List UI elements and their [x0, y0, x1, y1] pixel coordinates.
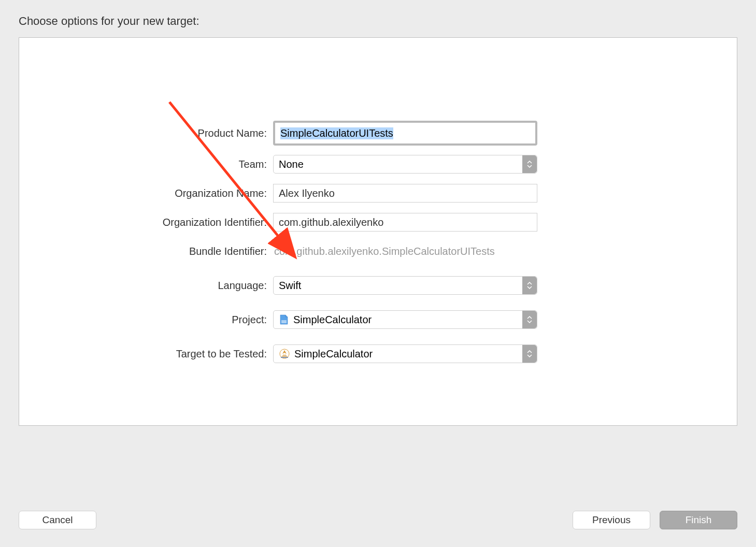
label-team: Team: [19, 159, 273, 170]
dropdown-target-tested[interactable]: SimpleCalculator [273, 344, 537, 363]
input-product-name[interactable]: SimpleCalculatorUITests [273, 121, 537, 146]
label-project: Project: [19, 314, 273, 326]
dropdown-team[interactable]: None [273, 155, 537, 174]
value-bundle-identifier: com.github.alexilyenko.SimpleCalculatorU… [273, 246, 537, 257]
xcode-project-icon [279, 314, 289, 325]
label-target-tested: Target to be Tested: [19, 348, 273, 360]
input-org-identifier[interactable] [273, 213, 537, 232]
row-target-tested: Target to be Tested: SimpleCalculator [19, 343, 737, 364]
app-target-icon [279, 348, 290, 359]
button-row: Cancel Previous Finish [19, 511, 737, 529]
label-language: Language: [19, 280, 273, 292]
row-team: Team: None [19, 154, 737, 175]
label-bundle-identifier: Bundle Identifier: [19, 246, 273, 257]
input-org-name[interactable] [273, 184, 537, 203]
row-product-name: Product Name: SimpleCalculatorUITests [19, 121, 737, 146]
stepper-icon [522, 277, 537, 294]
row-project: Project: SimpleCalculator [19, 309, 737, 330]
dialog-title: Choose options for your new target: [0, 0, 756, 37]
row-org-identifier: Organization Identifier: [19, 212, 737, 233]
dropdown-project-value: SimpleCalculator [293, 314, 372, 326]
dropdown-language[interactable]: Swift [273, 276, 537, 295]
label-product-name: Product Name: [19, 127, 273, 139]
row-language: Language: Swift [19, 275, 737, 296]
row-org-name: Organization Name: [19, 183, 737, 204]
form-area: Product Name: SimpleCalculatorUITests Te… [19, 121, 737, 372]
stepper-icon [522, 311, 537, 328]
dropdown-language-value: Swift [279, 280, 301, 292]
input-product-name-value: SimpleCalculatorUITests [280, 127, 393, 139]
label-org-name: Organization Name: [19, 188, 273, 199]
label-org-identifier: Organization Identifier: [19, 217, 273, 228]
cancel-button[interactable]: Cancel [19, 511, 96, 529]
previous-button[interactable]: Previous [573, 511, 650, 529]
dropdown-team-value: None [279, 159, 304, 170]
svg-rect-0 [281, 320, 287, 323]
row-bundle-identifier: Bundle Identifier: com.github.alexilyenk… [19, 241, 737, 262]
main-panel: Product Name: SimpleCalculatorUITests Te… [19, 37, 737, 426]
dropdown-project[interactable]: SimpleCalculator [273, 310, 537, 329]
stepper-icon [522, 345, 537, 363]
finish-button[interactable]: Finish [660, 511, 737, 529]
stepper-icon [522, 155, 537, 173]
dropdown-target-tested-value: SimpleCalculator [294, 348, 373, 360]
